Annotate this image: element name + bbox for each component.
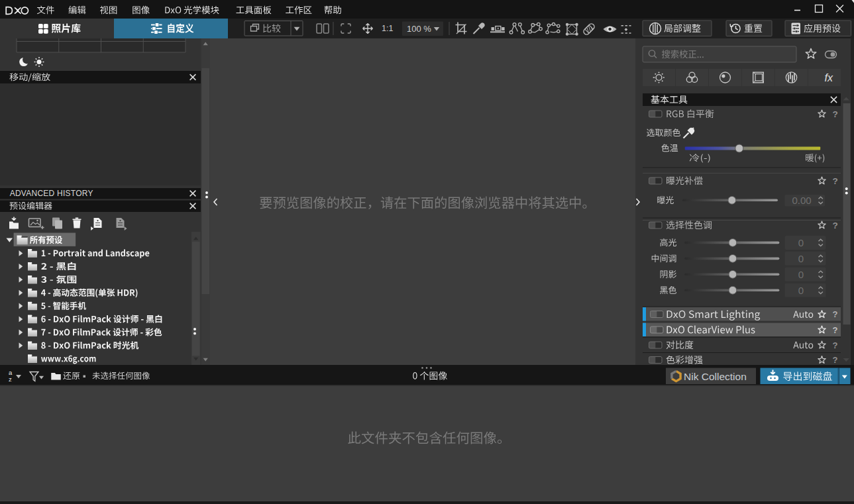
svg-text:fx: fx xyxy=(825,72,833,83)
svg-text:0: 0 xyxy=(798,237,804,248)
svg-text:?: ? xyxy=(832,221,837,230)
svg-text:ADVANCED HISTORY: ADVANCED HISTORY xyxy=(10,189,93,198)
svg-text:1:1: 1:1 xyxy=(382,24,393,33)
svg-text:0: 0 xyxy=(798,253,804,264)
svg-text:?: ? xyxy=(833,340,838,350)
svg-text:z: z xyxy=(9,376,12,383)
svg-text:0.00: 0.00 xyxy=(792,195,811,206)
svg-text:?: ? xyxy=(833,355,838,365)
svg-text:0: 0 xyxy=(798,285,804,296)
svg-text:?: ? xyxy=(833,325,838,335)
svg-text:?: ? xyxy=(833,309,838,319)
svg-text:0: 0 xyxy=(798,269,804,280)
svg-text:?: ? xyxy=(832,109,837,119)
svg-text:100 %: 100 % xyxy=(407,24,431,34)
svg-text:?: ? xyxy=(832,176,837,186)
svg-text:Nik Collection: Nik Collection xyxy=(684,371,747,382)
